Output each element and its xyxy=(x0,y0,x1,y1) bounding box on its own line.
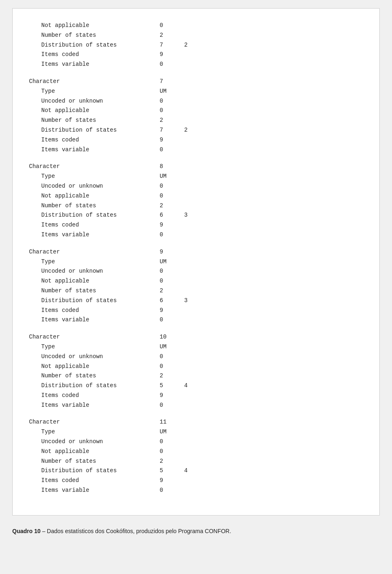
data-row: Uncoded or unknown0 xyxy=(29,96,363,106)
character-block: Character11TypeUMUncoded or unknown0Not … xyxy=(29,417,363,495)
character-block: Not applicable0Number of states2Distribu… xyxy=(29,21,363,70)
data-row: TypeUM xyxy=(29,87,363,96)
row-value-primary: 0 xyxy=(160,60,184,70)
data-row: Items variable0 xyxy=(29,486,363,496)
data-row: Distribution of states54 xyxy=(29,466,363,476)
data-row: Items coded9 xyxy=(29,50,363,60)
row-value-primary: 0 xyxy=(160,182,184,191)
row-value-primary: 2 xyxy=(160,31,184,40)
row-value-primary: 0 xyxy=(160,267,184,276)
row-value-primary: 0 xyxy=(160,276,184,286)
character-label: Character xyxy=(29,332,160,342)
row-label: Items coded xyxy=(29,391,160,401)
row-value-primary: 2 xyxy=(160,457,184,466)
data-row: Number of states2 xyxy=(29,31,363,40)
row-label: Number of states xyxy=(29,31,160,40)
data-row: Distribution of states63 xyxy=(29,296,363,306)
row-label: Not applicable xyxy=(29,447,160,457)
row-value-primary: 7 xyxy=(160,40,184,50)
row-label: Type xyxy=(29,172,160,182)
row-value-primary: 7 xyxy=(160,126,184,135)
data-row: Distribution of states72 xyxy=(29,40,363,50)
data-row: Not applicable0 xyxy=(29,191,363,201)
data-row: Not applicable0 xyxy=(29,362,363,372)
row-label: Distribution of states xyxy=(29,381,160,391)
row-label: Type xyxy=(29,342,160,352)
character-block: Character7TypeUMUncoded or unknown0Not a… xyxy=(29,77,363,155)
row-value-secondary: 4 xyxy=(184,381,200,391)
row-label: Not applicable xyxy=(29,106,160,116)
row-label: Uncoded or unknown xyxy=(29,267,160,276)
character-header-row: Character11 xyxy=(29,417,363,427)
data-row: Items coded9 xyxy=(29,306,363,316)
row-label: Type xyxy=(29,87,160,96)
row-value-primary: 2 xyxy=(160,116,184,126)
row-value-primary: 5 xyxy=(160,466,184,476)
character-label: Character xyxy=(29,247,160,257)
data-row: Uncoded or unknown0 xyxy=(29,267,363,276)
character-header-row: Character8 xyxy=(29,162,363,172)
character-label: Character xyxy=(29,162,160,172)
data-row: Number of states2 xyxy=(29,457,363,466)
row-label: Number of states xyxy=(29,371,160,381)
row-label: Items variable xyxy=(29,401,160,410)
data-row: Distribution of states72 xyxy=(29,126,363,135)
character-header-row: Character7 xyxy=(29,77,363,87)
data-row: Items variable0 xyxy=(29,230,363,240)
character-number: 11 xyxy=(160,417,184,427)
row-label: Distribution of states xyxy=(29,466,160,476)
row-value-primary: 2 xyxy=(160,201,184,211)
data-row: Not applicable0 xyxy=(29,21,363,31)
data-row: TypeUM xyxy=(29,427,363,437)
character-block: Character10TypeUMUncoded or unknown0Not … xyxy=(29,332,363,410)
row-label: Items variable xyxy=(29,486,160,496)
row-value-primary: 0 xyxy=(160,191,184,201)
row-value-primary: UM xyxy=(160,87,184,96)
row-value-secondary: 4 xyxy=(184,466,200,476)
row-value-secondary: 3 xyxy=(184,296,200,306)
character-block: Character9TypeUMUncoded or unknown0Not a… xyxy=(29,247,363,325)
character-label: Character xyxy=(29,417,160,427)
row-value-primary: 0 xyxy=(160,352,184,362)
data-row: Items variable0 xyxy=(29,145,363,155)
character-number: 10 xyxy=(160,332,184,342)
row-value-primary: 0 xyxy=(160,447,184,457)
row-value-primary: 2 xyxy=(160,286,184,296)
row-label: Uncoded or unknown xyxy=(29,96,160,106)
data-row: Items variable0 xyxy=(29,401,363,410)
data-table: Not applicable0Number of states2Distribu… xyxy=(29,21,363,496)
data-row: Items coded9 xyxy=(29,220,363,230)
row-label: Distribution of states xyxy=(29,126,160,135)
row-value-primary: 0 xyxy=(160,401,184,410)
data-row: Number of states2 xyxy=(29,286,363,296)
row-label: Items coded xyxy=(29,220,160,230)
caption-area: Quadro 10 – Dados estatísticos dos Cookó… xyxy=(12,528,380,534)
row-value-primary: 0 xyxy=(160,230,184,240)
data-row: Number of states2 xyxy=(29,201,363,211)
row-value-primary: 9 xyxy=(160,306,184,316)
row-value-primary: 0 xyxy=(160,437,184,447)
data-row: Distribution of states63 xyxy=(29,211,363,220)
row-value-primary: 9 xyxy=(160,391,184,401)
data-row: Uncoded or unknown0 xyxy=(29,182,363,191)
row-label: Number of states xyxy=(29,116,160,126)
row-label: Not applicable xyxy=(29,362,160,372)
row-label: Items coded xyxy=(29,306,160,316)
character-number: 9 xyxy=(160,247,184,257)
row-label: Items variable xyxy=(29,145,160,155)
character-block: Character8TypeUMUncoded or unknown0Not a… xyxy=(29,162,363,240)
data-row: TypeUM xyxy=(29,257,363,267)
caption-rest: – Dados estatísticos dos Cookófitos, pro… xyxy=(40,528,231,534)
row-value-primary: 0 xyxy=(160,21,184,31)
row-value-primary: 9 xyxy=(160,135,184,145)
row-label: Items coded xyxy=(29,135,160,145)
character-number: 7 xyxy=(160,77,184,87)
character-header-row: Character9 xyxy=(29,247,363,257)
row-value-primary: UM xyxy=(160,257,184,267)
row-label: Distribution of states xyxy=(29,211,160,220)
row-value-secondary: 2 xyxy=(184,126,200,135)
row-value-secondary: 3 xyxy=(184,211,200,220)
row-label: Not applicable xyxy=(29,276,160,286)
row-value-secondary: 2 xyxy=(184,40,200,50)
row-label: Number of states xyxy=(29,286,160,296)
